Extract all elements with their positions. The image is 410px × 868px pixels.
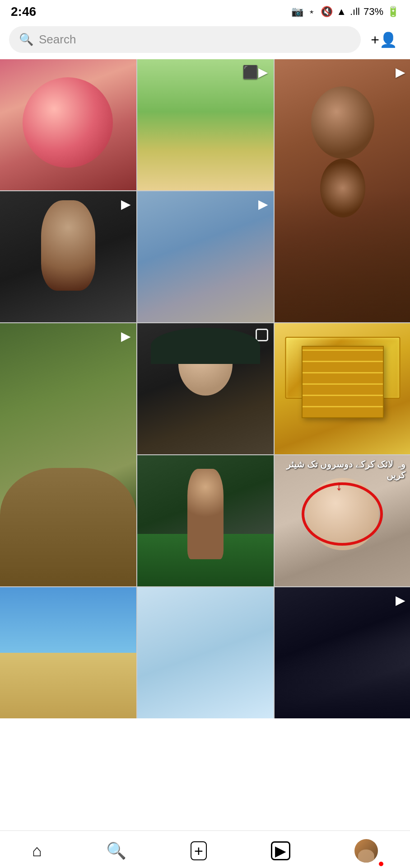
reel-badge-icon: ⬛▶ — [242, 65, 268, 80]
avatar — [354, 839, 378, 863]
grid-cell-anime-couple[interactable] — [137, 587, 274, 718]
search-nav-icon: 🔍 — [106, 843, 126, 859]
battery-icon: 🔋 — [387, 6, 399, 18]
add-icon: + — [191, 841, 207, 860]
search-placeholder-text: Search — [39, 33, 76, 47]
nav-item-profile[interactable] — [349, 837, 383, 864]
status-bar: 2:46 📷 ﹡ 🔇 ▲ .ıll 73% 🔋 — [0, 0, 410, 22]
home-icon: ⌂ — [32, 843, 42, 859]
bottom-nav: ⌂ 🔍 + ▶ — [0, 830, 410, 868]
grid-cell-anime-yellow[interactable]: ⬛▶ — [137, 59, 274, 190]
notification-dot — [378, 861, 384, 867]
add-user-button[interactable]: +👤 — [367, 29, 401, 50]
grid-cell-gold[interactable] — [275, 323, 410, 454]
grid-cell-apple[interactable] — [0, 59, 136, 190]
urdu-overlay-text: وہ لائک کرکے دوسروں تک شیئر کریں — [275, 459, 410, 481]
grid-cell-lizard[interactable]: ▶ — [0, 323, 136, 586]
grid-cell-beach[interactable] — [0, 587, 136, 718]
square-badge-icon — [256, 329, 268, 341]
search-icon: 🔍 — [19, 33, 33, 47]
grid-cell-afghan[interactable] — [137, 323, 274, 454]
reels-icon: ▶ — [271, 841, 290, 860]
nav-item-search[interactable]: 🔍 — [101, 841, 132, 861]
reel-badge-icon: ▶ — [396, 65, 405, 80]
status-time: 2:46 — [11, 5, 36, 19]
play-badge-icon: ▶ — [121, 197, 131, 212]
mute-icon: 🔇 — [321, 6, 333, 18]
grid-cell-anime-sit[interactable]: ▶ — [137, 191, 274, 322]
nav-item-reels[interactable]: ▶ — [266, 840, 296, 862]
play-badge-icon-lizard: ▶ — [121, 329, 131, 344]
wifi-icon: ▲ — [336, 6, 346, 18]
camera-status-icon: 📷 — [291, 6, 303, 18]
search-input-wrap[interactable]: 🔍 Search — [9, 26, 361, 53]
nav-item-home[interactable]: ⌂ — [27, 841, 47, 861]
reel-badge-icon-sports: ▶ — [396, 593, 405, 608]
media-grid: ⬛▶ ▶ ▶ ▶ ▶ — [0, 59, 410, 718]
signal-icon: .ıll — [350, 6, 360, 18]
grid-cell-sports[interactable]: ▶ — [275, 587, 410, 718]
grid-cell-africa[interactable]: ▶ — [275, 59, 410, 322]
grid-container: ⬛▶ ▶ ▶ ▶ ▶ — [0, 59, 410, 718]
search-bar-row: 🔍 Search +👤 — [0, 22, 410, 59]
bluetooth-icon: ﹡ — [307, 5, 317, 19]
grid-cell-gym[interactable]: ▶ — [0, 191, 136, 322]
status-icons: 📷 ﹡ 🔇 ▲ .ıll 73% 🔋 — [291, 5, 399, 19]
nav-item-add[interactable]: + — [185, 840, 212, 862]
play-badge-icon-sit: ▶ — [258, 197, 268, 212]
battery-level: 73% — [363, 6, 383, 18]
grid-cell-soccer[interactable] — [137, 455, 274, 586]
grid-cell-baby[interactable]: وہ لائک کرکے دوسروں تک شیئر کریں ↓ — [275, 455, 410, 586]
